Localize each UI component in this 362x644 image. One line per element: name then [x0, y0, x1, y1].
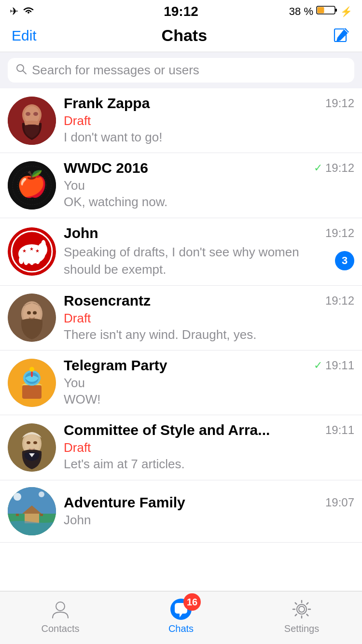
status-time: 19:12: [164, 4, 198, 19]
svg-point-10: [33, 112, 38, 116]
battery-percent: 38 %: [289, 5, 313, 18]
chat-preview: OK, watching now.: [64, 195, 167, 209]
svg-point-43: [33, 441, 37, 444]
page-title: Chats: [162, 26, 207, 45]
avatar: [8, 487, 56, 535]
svg-point-54: [56, 602, 65, 611]
svg-text:🍎: 🍎: [16, 169, 48, 199]
chat-name: WWDC 2016: [64, 160, 148, 176]
tab-contacts[interactable]: Contacts: [0, 597, 121, 634]
status-left: ✈: [10, 5, 35, 18]
chat-list: Frank Zappa 19:12 Draft I don't want to …: [0, 88, 362, 543]
chat-content: Rosencrantz 19:12 Draft There isn't any …: [64, 293, 354, 343]
read-check-icon: ✓: [314, 162, 322, 174]
list-item[interactable]: Telegram Party ✓19:11 You WOW!: [0, 350, 362, 415]
list-item[interactable]: Adventure Family 19:07 John: [0, 480, 362, 543]
avatar: ★ ★ ★: [8, 227, 56, 276]
svg-point-31: [27, 311, 31, 315]
battery-icon: [316, 5, 337, 18]
status-bar: ✈ 19:12 38 % ⚡: [0, 0, 362, 21]
tab-contacts-label: Contacts: [42, 623, 80, 634]
chat-content: Committee of Style and Arra... 19:11 Dra…: [64, 422, 354, 473]
tab-chats[interactable]: 16 Chats: [121, 597, 241, 634]
read-check-icon: ✓: [314, 359, 322, 372]
settings-icon: [290, 597, 314, 621]
chat-name: Adventure Family: [64, 494, 185, 511]
chat-time: 19:11: [325, 423, 354, 437]
chats-badge: 16: [183, 593, 201, 611]
list-item[interactable]: ★ ★ ★ John 19:12 Speaking of drafts, I d…: [0, 218, 362, 286]
list-item[interactable]: 🍎 WWDC 2016 ✓19:12 You OK, watching now.: [0, 153, 362, 218]
chat-content: Telegram Party ✓19:11 You WOW!: [64, 357, 354, 408]
svg-rect-2: [318, 7, 324, 14]
charging-icon: ⚡: [340, 6, 352, 17]
sender-label: You: [64, 178, 167, 193]
chat-preview: I don't want to go!: [64, 128, 354, 146]
list-item[interactable]: Frank Zappa 19:12 Draft I don't want to …: [0, 88, 362, 153]
search-placeholder: Search for messages or users: [32, 63, 199, 78]
chat-time: 19:12: [325, 97, 354, 110]
chat-time: 19:12: [325, 294, 354, 308]
avatar: [8, 97, 56, 145]
unread-badge: 3: [335, 251, 354, 270]
svg-text:★: ★: [35, 248, 40, 253]
nav-bar: Edit Chats: [0, 21, 362, 52]
chat-name: John: [64, 225, 98, 241]
chat-preview: There isn't any wind. Draught, yes.: [64, 326, 354, 343]
tab-bar: Contacts 16 Chats Settings: [0, 591, 362, 644]
svg-point-52: [39, 491, 44, 497]
svg-rect-1: [335, 9, 337, 12]
tab-chats-label: Chats: [168, 623, 194, 634]
chat-time: ✓19:11: [314, 359, 354, 372]
svg-point-51: [14, 493, 21, 501]
list-item[interactable]: Committee of Style and Arra... 19:11 Dra…: [0, 415, 362, 480]
svg-text:★: ★: [22, 248, 27, 253]
edit-button[interactable]: Edit: [12, 28, 37, 44]
chat-name: Committee of Style and Arra...: [64, 422, 270, 438]
avatar: 🍎: [8, 161, 56, 210]
svg-point-21: [19, 256, 24, 264]
svg-text:★: ★: [29, 246, 34, 252]
svg-point-32: [33, 311, 37, 315]
chat-content: Frank Zappa 19:12 Draft I don't want to …: [64, 95, 354, 146]
sender-label: John: [64, 513, 91, 528]
chat-preview: Speaking of drafts, I don't see why wome…: [64, 243, 331, 279]
chat-name: Rosencrantz: [64, 293, 151, 309]
tab-settings-label: Settings: [284, 623, 319, 634]
status-right: 38 % ⚡: [289, 5, 352, 18]
contacts-icon: [48, 597, 72, 621]
sender-label: You: [64, 376, 101, 391]
svg-point-38: [29, 367, 34, 372]
compose-button[interactable]: [332, 27, 350, 45]
chat-content: Adventure Family 19:07 John: [64, 494, 354, 528]
wifi-icon: [22, 6, 35, 18]
chat-time: 19:07: [325, 496, 354, 509]
svg-point-24: [35, 256, 40, 264]
airplane-icon: ✈: [10, 5, 18, 18]
avatar: [8, 359, 56, 407]
chat-name: Frank Zappa: [64, 95, 150, 112]
avatar: [8, 294, 56, 342]
svg-line-5: [23, 70, 27, 74]
svg-point-19: [41, 240, 46, 250]
svg-point-42: [27, 441, 30, 444]
svg-point-23: [29, 257, 34, 265]
chat-name: Telegram Party: [64, 357, 167, 374]
search-icon: [15, 63, 27, 78]
chat-content: WWDC 2016 ✓19:12 You OK, watching now.: [64, 160, 354, 210]
chats-icon: 16: [169, 597, 193, 621]
chat-preview: WOW!: [64, 392, 101, 406]
chat-time: 19:12: [325, 226, 354, 240]
chat-preview: Let's aim at 7 articles.: [64, 455, 354, 473]
svg-point-9: [26, 112, 30, 116]
chat-content: John 19:12 Speaking of drafts, I don't s…: [64, 225, 354, 279]
draft-label: Draft: [64, 440, 91, 455]
search-bar[interactable]: Search for messages or users: [8, 58, 354, 83]
avatar: [8, 423, 56, 472]
tab-settings[interactable]: Settings: [241, 597, 362, 634]
draft-label: Draft: [64, 311, 91, 325]
draft-label: Draft: [64, 113, 91, 128]
list-item[interactable]: Rosencrantz 19:12 Draft There isn't any …: [0, 286, 362, 350]
search-container: Search for messages or users: [0, 52, 362, 88]
svg-rect-34: [22, 385, 42, 399]
